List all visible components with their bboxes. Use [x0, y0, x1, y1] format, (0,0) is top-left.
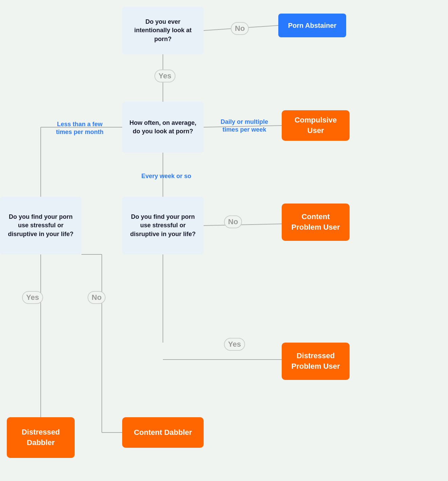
question-1: Do you ever intentionally look at porn? — [122, 7, 204, 54]
label-no-right: No — [224, 215, 242, 228]
question-3-right: Do you find your porn use stressful or d… — [122, 197, 204, 254]
label-every-week: Every week or so — [132, 172, 200, 180]
result-abstainer: Porn Abstainer — [278, 14, 346, 37]
question-2: How often, on average, do you look at po… — [122, 102, 204, 153]
label-less-than: Less than a fewtimes per month — [44, 120, 115, 136]
result-content-problem: Content Problem User — [282, 204, 350, 241]
label-daily: Daily or multipletimes per week — [210, 118, 278, 134]
result-compulsive: Compulsive User — [282, 110, 350, 141]
question-3-left: Do you find your porn use stressful or d… — [0, 197, 81, 254]
flowchart: Do you ever intentionally look at porn? … — [0, 0, 448, 481]
label-no-left: No — [88, 291, 106, 304]
label-yes-top: Yes — [154, 70, 175, 82]
result-distressed-dabbler: Distressed Dabbler — [7, 417, 75, 458]
label-yes-left: Yes — [22, 291, 43, 304]
result-distressed-problem: Distressed Problem User — [282, 343, 350, 380]
label-yes-right: Yes — [224, 338, 245, 351]
label-no-top: No — [231, 22, 249, 35]
result-content-dabbler: Content Dabbler — [122, 417, 204, 448]
svg-line-6 — [204, 224, 282, 226]
